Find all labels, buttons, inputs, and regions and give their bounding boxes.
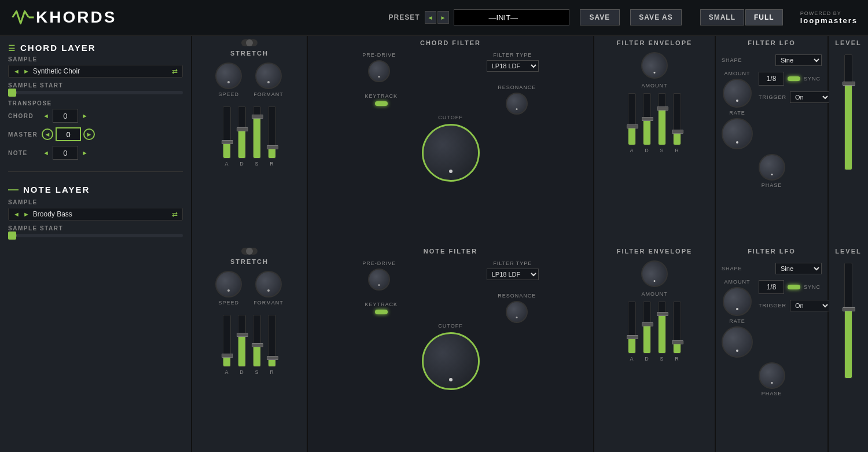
chord-resonance-knob[interactable] (506, 93, 528, 115)
save-button[interactable]: SAVE (580, 9, 620, 25)
note-lfo-rate-knob[interactable] (722, 326, 753, 358)
chord-env-fader-s-track[interactable] (658, 93, 666, 145)
note-speed-knob[interactable] (215, 271, 242, 297)
note-lfo-phase-knob[interactable] (759, 362, 785, 389)
chord-env-amount-knob[interactable] (641, 52, 668, 79)
chord-fader-r-label: R (270, 161, 274, 167)
small-button[interactable]: SMALL (700, 9, 744, 25)
note-predrive-knob[interactable] (368, 269, 390, 291)
note-filtertype-select[interactable]: LP18 LDF HP12 (487, 269, 539, 280)
note-lfo-sync-row: 1/8 SYNC (759, 280, 830, 294)
chord-level-fill (845, 84, 852, 170)
chord-lfo-phase-knob[interactable] (759, 154, 785, 181)
note-lfo-amount-knob[interactable] (723, 287, 752, 316)
chord-cutoff-knob[interactable] (422, 124, 480, 182)
chord-lfo-rate-knob[interactable] (722, 118, 753, 149)
chord-env-fader-r-track[interactable] (673, 93, 681, 145)
chord-lfo-shape-row: SHAPE Sine Triangle Square (722, 54, 822, 66)
chord-master-inc[interactable]: ► (83, 128, 95, 140)
note-sample-start-thumb[interactable] (8, 231, 16, 240)
chord-filter-env-section: FILTER ENVELOPE AMOUNT A (594, 36, 716, 244)
chord-filtertype-group: FILTER TYPE LP18 LDF HP12 BP12 (487, 52, 539, 72)
chord-fader-d-fill (238, 130, 245, 158)
chord-fader-s-thumb[interactable] (252, 115, 263, 119)
chord-level-thumb[interactable] (843, 82, 855, 86)
chord-chord-dec[interactable]: ◄ (42, 112, 50, 119)
save-as-button[interactable]: SAVE AS (630, 9, 681, 25)
chord-fader-r-thumb[interactable] (267, 145, 278, 149)
note-sample-next[interactable]: ► (23, 211, 30, 218)
note-lfo-sync-led[interactable] (788, 285, 800, 289)
note-sample-start-slider[interactable] (8, 234, 183, 237)
chord-master-dec[interactable]: ◄ (42, 128, 53, 140)
chord-sample-next[interactable]: ► (23, 68, 30, 75)
chord-keytrack-led[interactable] (375, 101, 388, 106)
chord-lfo-title: FILTER LFO (748, 39, 796, 46)
note-lfo-shape-select[interactable]: Sine Triangle Square (775, 263, 822, 274)
chord-stretch-toggle[interactable] (241, 39, 258, 46)
chord-env-fader-a: A (628, 93, 636, 153)
note-resonance-knob[interactable] (506, 301, 528, 323)
chord-shuffle-icon[interactable]: ⇄ (172, 67, 178, 75)
chord-keytrack-group: KEYTRACK (365, 93, 398, 106)
note-env-amount-knob[interactable] (641, 260, 668, 287)
chord-chord-inc[interactable]: ► (80, 112, 89, 119)
note-speed-dot (227, 289, 230, 292)
chord-lfo-sync-led[interactable] (788, 76, 800, 81)
chord-env-fader-d-track[interactable] (643, 93, 651, 145)
chord-fader-d-thumb[interactable] (237, 127, 248, 131)
note-formant-knob[interactable] (255, 271, 282, 297)
note-fader-s-track[interactable] (253, 315, 261, 367)
note-stretch-toggle[interactable] (241, 248, 258, 255)
note-shuffle-icon[interactable]: ⇄ (172, 210, 178, 218)
chord-fader-s-track[interactable] (253, 106, 261, 159)
brand-name: loopmasters (800, 16, 858, 25)
note-level-fader[interactable] (844, 263, 852, 378)
chord-lfo-trigger-select[interactable]: On Off (790, 91, 830, 103)
chord-layer-title: CHORD LAYER (20, 43, 96, 53)
note-keytrack-led[interactable] (375, 310, 388, 314)
chord-formant-knob[interactable] (255, 63, 282, 89)
chord-lfo-sync-value[interactable]: 1/8 (759, 72, 784, 86)
chord-fader-r-track[interactable] (268, 106, 276, 159)
content-area: STRETCH SPEED FORMANT (192, 36, 868, 452)
note-stretch-knobs: SPEED FORMANT (215, 271, 284, 306)
note-fader-d-track[interactable] (238, 315, 246, 367)
chord-note-dec[interactable]: ◄ (42, 149, 50, 156)
chord-env-fader-a-track[interactable] (628, 93, 636, 145)
note-env-amount-label: AMOUNT (642, 291, 668, 297)
chord-sample-start-slider[interactable] (8, 91, 183, 94)
chord-speed-knob[interactable] (215, 63, 242, 89)
chord-level-fader[interactable] (844, 54, 852, 170)
chord-fader-d-track[interactable] (238, 106, 246, 159)
note-fader-r-track[interactable] (268, 315, 276, 367)
chord-stretch-knobs: SPEED FORMANT (215, 63, 284, 97)
preset-name[interactable]: —INIT— (454, 9, 569, 25)
chord-master-control: ◄ 0 ► (42, 127, 95, 141)
note-env-fader-s: S (658, 302, 666, 362)
note-lfo-trigger-select[interactable]: On Off (790, 300, 830, 311)
chord-fader-a-thumb[interactable] (222, 140, 233, 144)
chord-note-inc[interactable]: ► (80, 149, 89, 156)
chord-sample-prev[interactable]: ◄ (13, 68, 20, 75)
note-lfo-sync-value[interactable]: 1/8 (759, 280, 784, 294)
preset-prev-button[interactable]: ◄ (425, 11, 436, 24)
note-lfo-title: FILTER LFO (748, 248, 796, 255)
note-fader-a-track[interactable] (223, 315, 231, 367)
chord-lfo-shape-select[interactable]: Sine Triangle Square (775, 54, 822, 66)
chord-sample-start-thumb[interactable] (8, 89, 16, 97)
full-button[interactable]: FULL (745, 9, 783, 25)
note-sample-prev[interactable]: ◄ (13, 211, 20, 218)
chord-sample-start-track (8, 91, 183, 94)
chord-fader-s-fill (253, 117, 260, 158)
note-cutoff-knob[interactable] (422, 332, 480, 390)
chord-fader-a-track[interactable] (223, 106, 231, 159)
chord-filtertype-select[interactable]: LP18 LDF HP12 BP12 (487, 60, 539, 72)
preset-next-button[interactable]: ► (437, 11, 449, 24)
chord-lfo-amount-knob[interactable] (723, 79, 752, 108)
main-area: ☰ CHORD LAYER SAMPLE ◄ ► Synthetic Choir… (0, 36, 868, 452)
note-level-thumb[interactable] (843, 307, 855, 311)
chord-env-fader-r: R (673, 93, 681, 153)
chord-predrive-knob[interactable] (368, 60, 390, 82)
chord-cutoff-label: CUTOFF (438, 115, 462, 120)
